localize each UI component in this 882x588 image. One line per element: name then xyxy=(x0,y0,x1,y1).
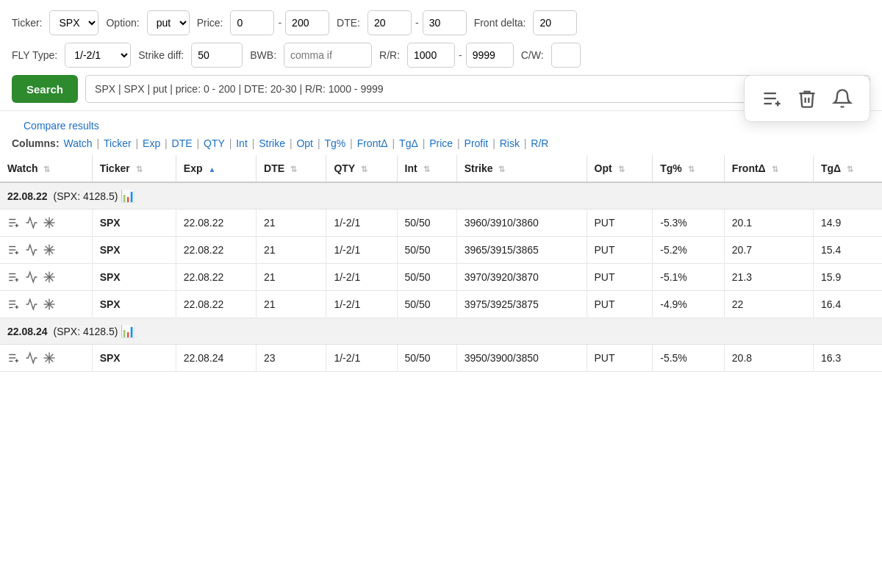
rr-max-input[interactable] xyxy=(466,43,514,68)
watch-icons-cell xyxy=(0,237,92,264)
snowflake-icon[interactable] xyxy=(43,216,56,229)
th-tg-delta[interactable]: TgΔ xyxy=(813,155,882,182)
add-list-button[interactable] xyxy=(758,85,786,112)
strike-cell: 3960/3910/3860 xyxy=(456,209,587,237)
col-int[interactable]: Int xyxy=(236,137,248,149)
th-int[interactable]: Int xyxy=(397,155,456,182)
tg-pct-cell: -5.5% xyxy=(653,345,725,372)
price-range: - xyxy=(230,10,329,35)
watch-cell xyxy=(7,216,85,229)
trash-button[interactable] xyxy=(793,85,821,112)
option-select[interactable]: put xyxy=(147,10,190,35)
dte-min-input[interactable] xyxy=(368,10,412,35)
col-strike[interactable]: Strike xyxy=(259,137,285,149)
col-front-delta[interactable]: FrontΔ xyxy=(357,137,388,149)
strike-cell: 3975/3925/3875 xyxy=(456,291,587,318)
exp-cell: 22.08.22 xyxy=(176,209,256,237)
strike-diff-label: Strike diff: xyxy=(138,49,184,61)
col-exp[interactable]: Exp xyxy=(143,137,160,149)
col-profit[interactable]: Profit xyxy=(465,137,489,149)
filter-row-1: Ticker: SPX Option: put Price: - DTE: - … xyxy=(12,10,870,35)
th-front-delta[interactable]: FrontΔ xyxy=(724,155,813,182)
tg-pct-cell: -4.9% xyxy=(653,291,725,318)
opt-sort-icon xyxy=(618,164,625,174)
tg-delta-cell: 14.9 xyxy=(813,209,882,237)
strike-cell: 3950/3900/3850 xyxy=(456,345,587,372)
col-tg-pct[interactable]: Tg% xyxy=(324,137,345,149)
bwb-input[interactable] xyxy=(284,43,372,68)
dte-max-input[interactable] xyxy=(423,10,467,35)
int-cell: 50/50 xyxy=(397,209,456,237)
add-watch-icon[interactable] xyxy=(7,351,21,365)
add-watch-icon[interactable] xyxy=(7,243,21,257)
qty-cell: 1/-2/1 xyxy=(326,237,397,264)
price-min-input[interactable] xyxy=(230,10,274,35)
int-sort-icon xyxy=(423,164,430,174)
ticker-cell: SPX xyxy=(92,237,176,264)
th-watch[interactable]: Watch xyxy=(0,155,92,182)
bell-button[interactable] xyxy=(828,85,856,112)
tg-delta-cell: 15.4 xyxy=(813,237,882,264)
rr-min-input[interactable] xyxy=(407,43,455,68)
strike-cell: 3970/3920/3870 xyxy=(456,264,587,291)
chart-icon[interactable] xyxy=(25,351,38,365)
col-watch[interactable]: Watch xyxy=(63,137,92,149)
chart-icon[interactable] xyxy=(25,243,38,257)
chart-icon[interactable] xyxy=(25,216,38,229)
watch-icons-cell xyxy=(0,264,92,291)
columns-list: Watch | Ticker | Exp | DTE | QTY | Int |… xyxy=(62,137,550,149)
col-ticker[interactable]: Ticker xyxy=(104,137,132,149)
th-strike[interactable]: Strike xyxy=(456,155,587,182)
table-row: SPX 22.08.22 21 1/-2/1 50/50 3965/3915/3… xyxy=(0,237,882,264)
chart-icon[interactable] xyxy=(25,298,38,311)
price-sep: - xyxy=(278,17,282,29)
add-watch-icon[interactable] xyxy=(7,270,21,284)
ticker-label: Ticker: xyxy=(12,17,42,29)
watch-cell xyxy=(7,243,85,257)
qty-cell: 1/-2/1 xyxy=(326,291,397,318)
col-tg-delta[interactable]: TgΔ xyxy=(399,137,418,149)
col-dte[interactable]: DTE xyxy=(172,137,193,149)
col-rr[interactable]: R/R xyxy=(531,137,548,149)
price-max-input[interactable] xyxy=(285,10,329,35)
ticker-select[interactable]: SPX xyxy=(49,10,98,35)
qty-sort-icon xyxy=(361,164,368,174)
price-label: Price: xyxy=(197,17,223,29)
snowflake-icon[interactable] xyxy=(43,298,56,311)
col-risk[interactable]: Risk xyxy=(500,137,520,149)
compare-results-link[interactable]: Compare results xyxy=(12,115,111,136)
add-watch-icon[interactable] xyxy=(7,298,21,311)
cw-input[interactable] xyxy=(551,43,581,68)
ticker-sort-icon xyxy=(136,164,143,174)
watch-cell xyxy=(7,270,85,284)
fly-type-select[interactable]: 1/-2/1 xyxy=(65,43,131,68)
search-button[interactable]: Search xyxy=(12,75,78,103)
th-ticker[interactable]: Ticker xyxy=(92,155,176,182)
chart-icon[interactable] xyxy=(25,270,38,284)
col-qty[interactable]: QTY xyxy=(204,137,225,149)
th-qty[interactable]: QTY xyxy=(326,155,397,182)
frontdelta-sort-icon xyxy=(772,164,778,174)
snowflake-icon[interactable] xyxy=(43,351,56,365)
filter-row-2: FLY Type: 1/-2/1 Strike diff: BWB: R/R: … xyxy=(12,43,870,68)
col-price[interactable]: Price xyxy=(429,137,453,149)
snowflake-icon[interactable] xyxy=(43,243,56,257)
filter-bar: Ticker: SPX Option: put Price: - DTE: - … xyxy=(0,0,882,111)
strike-diff-input[interactable] xyxy=(191,43,243,68)
front-delta-input[interactable] xyxy=(533,10,577,35)
front-delta-label: Front delta: xyxy=(474,17,526,29)
opt-cell: PUT xyxy=(587,264,653,291)
snowflake-icon[interactable] xyxy=(43,270,56,284)
dte-sort-icon xyxy=(290,164,297,174)
th-opt[interactable]: Opt xyxy=(587,155,653,182)
table-body: 22.08.22(SPX: 4128.5) 📊 SPX 22.08.22 21 … xyxy=(0,182,882,372)
tgdelta-sort-icon xyxy=(847,164,853,174)
col-opt[interactable]: Opt xyxy=(296,137,313,149)
th-tg-pct[interactable]: Tg% xyxy=(653,155,725,182)
add-watch-icon[interactable] xyxy=(7,216,21,229)
group-cell: 22.08.22(SPX: 4128.5) 📊 xyxy=(0,182,882,209)
ticker-cell: SPX xyxy=(92,209,176,237)
th-exp[interactable]: Exp xyxy=(176,155,256,182)
dte-cell: 21 xyxy=(257,264,326,291)
th-dte[interactable]: DTE xyxy=(257,155,326,182)
